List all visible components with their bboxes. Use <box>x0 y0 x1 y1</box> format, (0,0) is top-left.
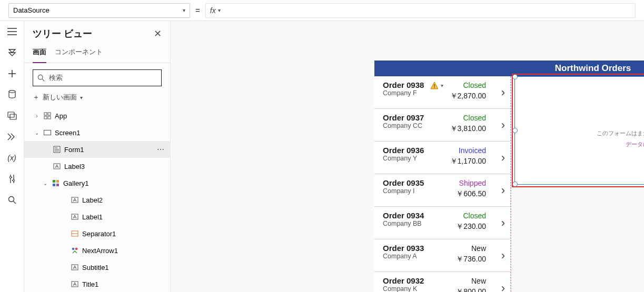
chevron-down-icon: ⌄ <box>34 130 40 136</box>
chevron-right-icon[interactable]: › <box>501 86 505 99</box>
tree-node-screen1[interactable]: ⌄ Screen1 <box>24 124 170 141</box>
order-price: ￥736.00 <box>456 255 486 264</box>
separator-icon <box>71 229 79 238</box>
tree-node-separator1[interactable]: Separator1 <box>24 225 170 242</box>
svg-rect-7 <box>44 113 47 115</box>
svg-point-6 <box>38 75 43 79</box>
gallery-item[interactable]: Order 0936Company YInvoiced￥1,170.00› <box>374 142 510 174</box>
tree-node-label: Separator1 <box>82 230 116 238</box>
tree-node-label: Gallery1 <box>63 179 88 187</box>
tab-screens[interactable]: 画面 <box>33 44 46 63</box>
search-placeholder: 検索 <box>49 73 63 83</box>
chevron-right-icon[interactable]: › <box>501 216 505 230</box>
resize-handle[interactable] <box>512 74 518 79</box>
tree-node-label: Label2 <box>82 196 103 204</box>
order-price: ￥2,870.00 <box>450 92 487 101</box>
tree-node-label: Label1 <box>82 213 103 221</box>
tree-node-label: Title1 <box>82 280 98 288</box>
svg-point-0 <box>9 90 15 93</box>
svg-rect-14 <box>53 180 55 183</box>
svg-point-21 <box>72 248 75 250</box>
form-empty-state: このフォームはまだデータに接続されていません データに接続してください <box>515 77 644 184</box>
svg-point-3 <box>9 176 12 178</box>
more-icon[interactable]: ⋯ <box>157 145 165 154</box>
tab-components[interactable]: コンポーネント <box>55 44 103 63</box>
tree-node-label: Form1 <box>64 146 84 154</box>
nextarrow-icon <box>71 246 79 255</box>
chevron-right-icon[interactable]: › <box>501 184 505 197</box>
search-icon[interactable] <box>7 195 17 205</box>
tree-node-nextarrow1[interactable]: NextArrow1 <box>24 242 170 259</box>
chevron-right-icon[interactable]: › <box>501 118 505 132</box>
media-icon[interactable] <box>7 110 17 121</box>
tree-node-title1[interactable]: Title1 <box>24 276 170 292</box>
order-status: Closed <box>463 212 486 220</box>
tree-node-label: App <box>55 112 67 120</box>
fx-icon: fx <box>210 6 216 15</box>
gallery-item[interactable]: Order 0935Company IShipped￥606.50› <box>374 174 510 207</box>
screen-icon <box>43 128 52 137</box>
new-screen-button[interactable]: ＋ 新しい画面 ▾ <box>24 90 170 107</box>
chevron-right-icon[interactable]: › <box>501 281 505 292</box>
gallery-item[interactable]: Order 0938Company FClosed￥2,870.00›▾ <box>374 76 510 109</box>
advanced-tools-icon[interactable] <box>7 174 17 184</box>
order-status: Invoiced <box>459 146 486 155</box>
svg-point-22 <box>75 248 78 250</box>
svg-rect-8 <box>48 113 51 115</box>
tree-node-label3[interactable]: Label3 <box>24 158 170 175</box>
tree-node-label: Screen1 <box>55 129 80 137</box>
form-selection[interactable]: このフォームはまだデータに接続されていません データに接続してください <box>512 74 644 187</box>
svg-rect-2 <box>10 114 16 119</box>
chevron-right-icon[interactable]: › <box>501 151 505 165</box>
order-status: New <box>471 244 486 253</box>
close-icon[interactable]: ✕ <box>154 28 162 39</box>
variables-icon[interactable]: (x) <box>7 153 17 163</box>
chevron-right-icon[interactable]: › <box>501 249 505 263</box>
tree-node-form1[interactable]: Form1 ⋯ <box>24 141 170 158</box>
resize-handle[interactable] <box>512 182 518 187</box>
property-selector[interactable]: DataSource ▾ <box>8 3 190 18</box>
gallery-item[interactable]: Order 0934Company BBClosed￥230.00› <box>374 207 510 239</box>
warning-icon <box>430 82 439 90</box>
tree-node-label1[interactable]: Label1 <box>24 208 170 225</box>
order-price: ￥606.50 <box>456 189 486 199</box>
gallery-item[interactable]: Order 0933Company ANew￥736.00› <box>374 239 510 272</box>
gallery-item[interactable]: Order 0932Company KNew￥800.00› <box>374 272 510 292</box>
power-automate-icon[interactable] <box>7 132 17 142</box>
chevron-down-icon[interactable]: ▾ <box>441 83 443 88</box>
order-price: ￥230.00 <box>456 222 486 231</box>
svg-rect-25 <box>434 84 434 87</box>
label-icon <box>71 213 79 221</box>
chevron-down-icon: ⌄ <box>42 180 48 186</box>
canvas[interactable]: Northwind Orders Order 0938Company FClos… <box>171 21 644 292</box>
resize-handle[interactable] <box>512 128 518 133</box>
hamburger-icon[interactable] <box>7 26 17 37</box>
data-icon[interactable] <box>7 89 17 100</box>
tree-list: › App ⌄ Screen1 Form1 ⋯ Label3 ⌄ Ga <box>24 107 170 292</box>
left-rail: (x) <box>0 21 24 292</box>
tree-node-label: Label3 <box>64 163 85 170</box>
svg-rect-11 <box>44 130 51 135</box>
gallery-icon <box>52 179 60 187</box>
order-gallery[interactable]: Order 0938Company FClosed￥2,870.00›▾Orde… <box>374 76 511 292</box>
svg-rect-15 <box>56 180 59 183</box>
svg-rect-17 <box>56 184 59 186</box>
tree-node-app[interactable]: › App <box>24 107 170 124</box>
form-empty-text: このフォームはまだデータに接続されていません <box>597 129 645 137</box>
tree-node-subtitle1[interactable]: Subtitle1 <box>24 259 170 276</box>
order-status: New <box>471 277 486 285</box>
tree-node-gallery1[interactable]: ⌄ Gallery1 <box>24 175 170 192</box>
form-connect-link[interactable]: データに接続してください <box>626 140 645 148</box>
formula-bar: DataSource ▾ = fx ▾ <box>0 0 644 21</box>
tree-node-label2[interactable]: Label2 <box>24 192 170 208</box>
chevron-down-icon: ▾ <box>218 7 221 13</box>
label-icon <box>71 263 79 271</box>
svg-rect-16 <box>53 184 55 186</box>
formula-input[interactable]: fx ▾ <box>205 3 636 18</box>
tree-view-icon[interactable] <box>7 47 17 58</box>
gallery-item[interactable]: Order 0937Company CCClosed￥3,810.00› <box>374 109 510 142</box>
insert-icon[interactable] <box>7 68 17 79</box>
order-status: Closed <box>463 114 486 122</box>
tree-search-input[interactable]: 検索 <box>33 69 162 86</box>
tree-node-label: NextArrow1 <box>82 247 118 255</box>
